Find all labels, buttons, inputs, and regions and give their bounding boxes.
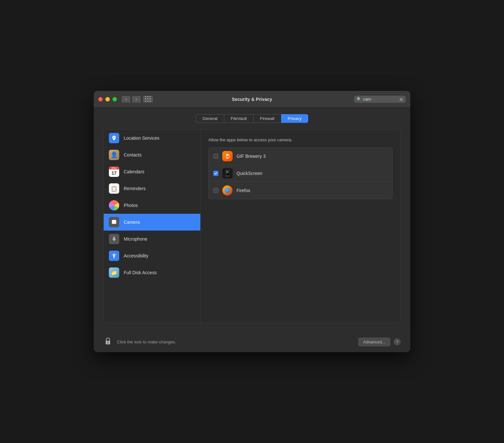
tab-firewall[interactable]: Firewall xyxy=(253,114,281,123)
microphone-icon xyxy=(109,234,119,244)
calendars-icon: JUL 17 xyxy=(109,167,119,177)
close-button[interactable] xyxy=(98,97,103,102)
sidebar-item-calendars[interactable]: JUL 17 Calendars xyxy=(104,163,200,180)
sidebar-label-camera: Camera xyxy=(124,220,140,225)
nav-buttons: ‹ › xyxy=(121,96,141,103)
content-area: General FileVault Firewall Privacy Locat… xyxy=(94,108,410,331)
disk-icon: 📁 xyxy=(109,267,119,278)
window-title: Security & Privacy xyxy=(232,97,272,102)
firefox-name: Firefox xyxy=(236,188,250,193)
sidebar-label-location: Location Services xyxy=(124,135,160,141)
tab-privacy[interactable]: Privacy xyxy=(281,114,309,123)
minimize-button[interactable] xyxy=(105,97,110,102)
advanced-button[interactable]: Advanced... xyxy=(358,338,390,346)
traffic-lights xyxy=(98,97,117,102)
search-icon: 🔍 xyxy=(357,97,362,102)
back-button[interactable]: ‹ xyxy=(121,96,131,103)
quickscreen-icon: 📱 xyxy=(222,168,233,178)
grid-view-button[interactable] xyxy=(143,96,153,103)
lock-text: Click the lock to make changes. xyxy=(117,340,176,344)
tab-filevault[interactable]: FileVault xyxy=(224,114,253,123)
camera-icon xyxy=(109,217,119,227)
detail-description: Allow the apps below to access your came… xyxy=(208,137,393,142)
main-panel: Location Services 👤 Contacts JUL 17 xyxy=(103,129,401,323)
firefox-icon xyxy=(222,185,233,196)
tab-general[interactable]: General xyxy=(196,114,224,123)
lock-button[interactable] xyxy=(103,337,112,347)
sidebar: Location Services 👤 Contacts JUL 17 xyxy=(104,130,201,323)
sidebar-label-accessibility: Accessibility xyxy=(124,253,148,258)
help-button[interactable]: ? xyxy=(394,338,401,345)
tab-bar: General FileVault Firewall Privacy xyxy=(103,114,401,123)
sidebar-label-contacts: Contacts xyxy=(124,152,142,157)
sidebar-label-calendars: Calendars xyxy=(124,169,144,174)
accessibility-icon xyxy=(109,251,119,261)
footer-right: Advanced... ? xyxy=(358,338,401,346)
main-window: ‹ › Security & Privacy 🔍 ⊗ General FileV… xyxy=(94,91,410,352)
sidebar-item-reminders[interactable]: 📋 Reminders xyxy=(104,180,200,197)
svg-rect-1 xyxy=(107,342,109,343)
contacts-icon: 👤 xyxy=(109,150,119,160)
sidebar-label-microphone: Microphone xyxy=(124,236,147,242)
sidebar-item-photos[interactable]: Photos xyxy=(104,197,200,214)
quickscreen-name: QuickScreen xyxy=(236,171,262,176)
sidebar-item-contacts[interactable]: 👤 Contacts xyxy=(104,146,200,163)
footer: Click the lock to make changes. Advanced… xyxy=(94,331,410,352)
app-row-firefox: Firefox xyxy=(209,182,392,199)
firefox-checkbox[interactable] xyxy=(213,188,218,193)
maximize-button[interactable] xyxy=(112,97,117,102)
titlebar: ‹ › Security & Privacy 🔍 ⊗ xyxy=(94,91,410,108)
photos-icon xyxy=(109,200,119,211)
sidebar-label-disk: Full Disk Access xyxy=(124,270,157,275)
gif-brewery-name: GIF Brewery 3 xyxy=(236,154,266,159)
sidebar-item-full-disk-access[interactable]: 📁 Full Disk Access xyxy=(104,264,200,281)
app-list: 🍺 GIF Brewery 3 📱 QuickScreen xyxy=(208,147,393,199)
gif-brewery-checkbox[interactable] xyxy=(213,154,218,159)
app-row-quickscreen: 📱 QuickScreen xyxy=(209,165,392,182)
reminders-icon: 📋 xyxy=(109,183,119,194)
app-row-gif-brewery: 🍺 GIF Brewery 3 xyxy=(209,148,392,165)
sidebar-item-accessibility[interactable]: Accessibility xyxy=(104,247,200,264)
sidebar-item-microphone[interactable]: Microphone xyxy=(104,231,200,247)
sidebar-item-location-services[interactable]: Location Services xyxy=(104,130,200,146)
location-icon xyxy=(109,133,119,143)
search-bar[interactable]: 🔍 ⊗ xyxy=(354,96,406,103)
detail-panel: Allow the apps below to access your came… xyxy=(201,130,400,323)
sidebar-label-reminders: Reminders xyxy=(124,186,146,191)
quickscreen-checkbox[interactable] xyxy=(213,171,218,176)
search-input[interactable] xyxy=(363,97,398,102)
sidebar-item-camera[interactable]: Camera xyxy=(104,214,200,231)
sidebar-label-photos: Photos xyxy=(124,203,138,208)
search-clear-icon[interactable]: ⊗ xyxy=(399,97,403,102)
gif-brewery-icon: 🍺 xyxy=(222,151,233,161)
forward-button[interactable]: › xyxy=(132,96,141,103)
